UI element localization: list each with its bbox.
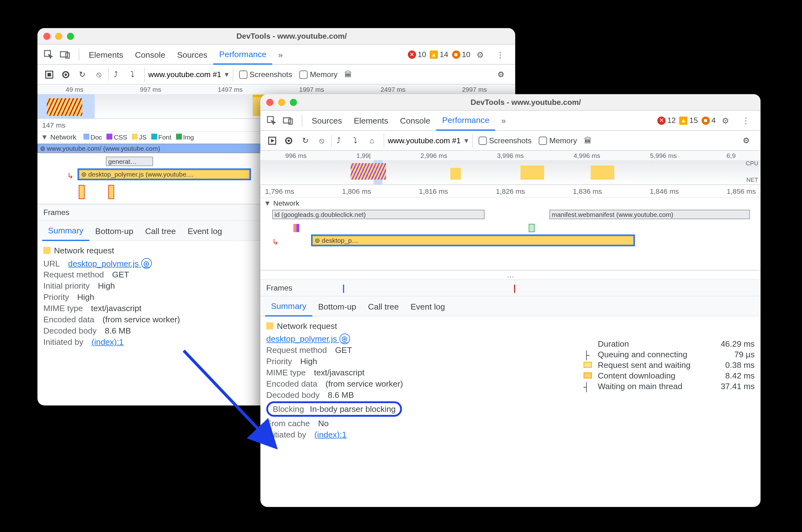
settings-icon[interactable]: ⚙ <box>474 48 487 61</box>
network-label: Network <box>273 199 299 207</box>
network-label: Network <box>50 133 76 141</box>
network-bar-manifest[interactable]: manifest.webmanifest (www.youtube.com) <box>550 210 750 219</box>
download-icon[interactable]: ⤵ <box>126 68 139 81</box>
network-bar-css[interactable] <box>293 224 299 232</box>
toggle-record-icon[interactable] <box>265 133 279 147</box>
tab-console[interactable]: Console <box>129 44 171 64</box>
network-bar-img[interactable] <box>529 224 535 232</box>
recording-select[interactable]: www.youtube.com #1▾ <box>144 68 233 81</box>
more-tabs[interactable]: » <box>495 111 512 130</box>
close-icon[interactable] <box>43 33 51 40</box>
home-icon[interactable]: ⌂ <box>365 133 379 147</box>
initiated-link[interactable]: (index):1 <box>92 337 123 346</box>
clear-icon[interactable]: ⦸ <box>314 133 329 147</box>
net-label: NET <box>746 177 758 183</box>
device-toolbar-icon[interactable] <box>282 114 294 127</box>
tab-sources[interactable]: Sources <box>306 111 348 130</box>
garbage-icon[interactable]: 🏛 <box>341 68 355 81</box>
disclosure-triangle-icon[interactable]: ▼ <box>41 133 48 141</box>
sent-icon <box>584 362 592 368</box>
tab-summary[interactable]: Summary <box>42 221 89 241</box>
warning-count[interactable]: ▲15 <box>680 116 698 125</box>
service-worker-icon: ⊛ <box>141 258 152 269</box>
initiator-arrow-icon: ↳ <box>272 238 279 246</box>
cpu-label: CPU <box>746 160 758 167</box>
record-icon[interactable] <box>59 68 73 81</box>
tab-eventlog[interactable]: Event log <box>182 221 228 241</box>
info-count[interactable]: ■4 <box>702 116 716 125</box>
inspect-icon[interactable] <box>265 114 279 127</box>
detail-tabs: Summary Bottom-up Call tree Event log <box>260 297 761 317</box>
tab-elements[interactable]: Elements <box>348 111 394 130</box>
panel-settings-icon[interactable]: ⚙ <box>494 68 508 81</box>
reload-icon[interactable]: ↻ <box>298 133 312 147</box>
network-bar-generat[interactable]: generat… <box>106 157 153 166</box>
perf-toolbar: ↻ ⦸ ⤴ ⤵ ⌂ www.youtube.com #1▾ Screenshot… <box>260 131 761 151</box>
kebab-icon[interactable]: ⋮ <box>494 48 507 61</box>
error-count[interactable]: ✕10 <box>407 50 426 59</box>
network-bar-id[interactable]: id (googleads.g.doubleclick.net) <box>272 210 484 219</box>
screenshots-checkbox[interactable]: Screenshots <box>239 70 292 79</box>
request-url-link[interactable]: desktop_polymer.js ⊛ <box>68 258 152 269</box>
js-swatch-icon <box>43 247 51 254</box>
more-tabs[interactable]: » <box>272 44 289 64</box>
minimize-icon[interactable] <box>278 99 285 106</box>
download-icon[interactable]: ⤵ <box>348 133 362 147</box>
tab-bottomup[interactable]: Bottom-up <box>312 296 362 316</box>
tab-elements[interactable]: Elements <box>83 44 129 64</box>
svg-point-12 <box>287 139 290 142</box>
kebab-icon[interactable]: ⋮ <box>739 114 752 127</box>
tab-performance[interactable]: Performance <box>436 111 495 130</box>
minimize-icon[interactable] <box>55 33 62 40</box>
tab-bottomup[interactable]: Bottom-up <box>89 221 139 241</box>
record-icon[interactable] <box>282 133 295 147</box>
window-title: DevTools - www.youtube.com/ <box>74 32 509 40</box>
mainthread-icon: ┤ <box>584 382 592 390</box>
network-bar-selected[interactable]: ⊚ desktop_polymer.js (www.youtube.... <box>79 170 250 179</box>
network-bar-selected[interactable]: ⊚ desktop_p… <box>312 235 634 245</box>
settings-icon[interactable]: ⚙ <box>719 114 732 127</box>
tab-performance[interactable]: Performance <box>213 44 272 64</box>
panel-settings-icon[interactable]: ⚙ <box>739 133 753 147</box>
queue-icon: ├ <box>584 350 592 358</box>
disclosure-triangle-icon[interactable]: ▼ <box>264 199 271 207</box>
screenshots-checkbox[interactable]: Screenshots <box>478 136 532 145</box>
devtools-tabbar: Elements Console Sources Performance » ✕… <box>37 45 515 64</box>
clear-icon[interactable]: ⦸ <box>92 68 106 81</box>
memory-checkbox[interactable]: Memory <box>539 136 577 145</box>
collapsed-dots[interactable]: … <box>260 270 761 280</box>
svg-rect-4 <box>47 73 51 76</box>
reload-icon[interactable]: ↻ <box>75 68 89 81</box>
upload-icon[interactable]: ⤴ <box>332 133 346 147</box>
tab-calltree[interactable]: Call tree <box>139 221 182 241</box>
maximize-icon[interactable] <box>290 99 297 106</box>
inspect-icon[interactable] <box>42 48 55 61</box>
info-count[interactable]: ■10 <box>452 50 470 59</box>
network-track[interactable]: ▼ Network id (googleads.g.doubleclick.ne… <box>260 198 761 270</box>
error-count[interactable]: ✕12 <box>657 116 675 125</box>
traffic-lights[interactable] <box>266 99 297 106</box>
upload-icon[interactable]: ⤴ <box>109 68 123 81</box>
frames-track[interactable]: Frames <box>260 280 761 297</box>
window-title: DevTools - www.youtube.com/ <box>297 98 755 107</box>
ruler: 1,796 ms 1,806 ms 1,816 ms 1,826 ms 1,83… <box>260 185 761 198</box>
recording-select[interactable]: www.youtube.com #1▾ <box>383 133 473 147</box>
tab-sources[interactable]: Sources <box>171 44 213 64</box>
request-url-link[interactable]: desktop_polymer.js ⊛ <box>266 334 350 344</box>
toggle-record-icon[interactable] <box>42 68 56 81</box>
tab-summary[interactable]: Summary <box>265 296 312 316</box>
close-icon[interactable] <box>266 99 273 106</box>
memory-checkbox[interactable]: Memory <box>299 70 338 79</box>
garbage-icon[interactable]: 🏛 <box>580 133 594 147</box>
warning-count[interactable]: ▲14 <box>430 50 448 59</box>
tab-eventlog[interactable]: Event log <box>405 296 451 316</box>
maximize-icon[interactable] <box>67 33 74 40</box>
initiated-link[interactable]: (index):1 <box>314 430 347 439</box>
traffic-lights[interactable] <box>43 33 74 40</box>
tab-console[interactable]: Console <box>394 111 436 130</box>
js-swatch-icon <box>266 322 273 329</box>
legend: Doc CSS JS Font Img <box>83 134 194 141</box>
device-toolbar-icon[interactable] <box>59 48 72 61</box>
tab-calltree[interactable]: Call tree <box>362 296 404 316</box>
overview-timeline[interactable]: 996 ms 1,99| 2,996 ms 3,996 ms 4,996 ms … <box>260 151 761 185</box>
